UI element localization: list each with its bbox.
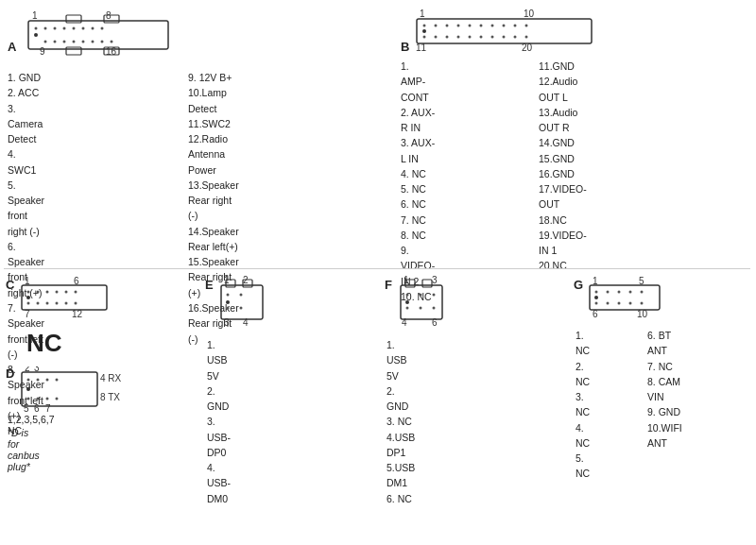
pin-f4: 4.USB DP1: [387, 430, 415, 461]
section-f-pins: 1. USB 5V 2. GND 3. NC 4.USB DP1 5.USB D…: [387, 337, 415, 506]
connector-a-svg: 1 8 9 16: [19, 8, 180, 62]
pin-b8: 8. NC: [401, 228, 435, 243]
svg-text:6: 6: [432, 317, 438, 328]
svg-text:7: 7: [25, 309, 30, 319]
svg-point-15: [73, 41, 76, 43]
pin-b2: 2. AUX-R IN: [401, 105, 435, 136]
connector-c-svg: 1 6 7 12: [17, 276, 121, 319]
pin-f6: 6. NC: [387, 491, 415, 506]
svg-text:6: 6: [593, 309, 598, 319]
pin-g2: 2. NC: [576, 359, 590, 390]
svg-point-42: [469, 36, 472, 39]
svg-point-91: [227, 307, 230, 310]
svg-point-63: [56, 302, 59, 305]
section-c-label: C: [6, 278, 14, 292]
svg-point-58: [65, 291, 68, 294]
svg-text:1: 1: [593, 276, 598, 286]
svg-point-64: [65, 302, 68, 305]
svg-point-119: [641, 291, 644, 294]
divider: [4, 268, 750, 269]
svg-point-11: [101, 27, 104, 30]
svg-point-46: [514, 36, 517, 39]
svg-point-47: [525, 36, 528, 39]
svg-text:4: 4: [243, 317, 249, 328]
pin-b20: 20.NC: [539, 258, 587, 273]
svg-point-18: [101, 41, 104, 43]
svg-point-120: [595, 302, 598, 305]
pin-g7: 7. NC: [647, 359, 682, 374]
svg-rect-24: [66, 47, 81, 55]
svg-point-73: [37, 379, 40, 382]
svg-rect-0: [28, 21, 168, 49]
svg-point-40: [446, 36, 449, 39]
pin-b1: 1. AMP-CONT: [401, 59, 435, 105]
svg-point-89: [227, 294, 230, 297]
pin-b4: 4. NC: [401, 166, 435, 181]
svg-text:1: 1: [25, 276, 30, 286]
svg-point-54: [27, 291, 30, 294]
pin-g10: 10.WIFI ANT: [647, 420, 682, 451]
pin-b5: 5. NC: [401, 181, 435, 196]
pin-g9: 9. GND: [647, 404, 682, 419]
pin-b16: 16.GND: [539, 166, 587, 181]
svg-text:3: 3: [432, 276, 438, 285]
pin-f1: 1. USB 5V: [387, 337, 415, 383]
svg-point-5: [44, 27, 47, 30]
connector-f-svg: 1 3 4 6: [396, 276, 472, 332]
svg-point-79: [56, 398, 59, 400]
pin-a9: 9. 12V B+: [188, 70, 239, 85]
pin-b17: 17.VIDEO-OUT: [539, 181, 587, 213]
svg-point-118: [629, 291, 632, 294]
svg-point-27: [422, 29, 426, 33]
connector-d-svg: 2 3 5 6 7 4 RX 8 TX: [17, 366, 140, 414]
section-g-label: G: [574, 278, 583, 292]
section-f-label: F: [385, 278, 392, 292]
svg-point-53: [26, 296, 30, 299]
svg-text:5: 5: [639, 276, 644, 286]
svg-point-33: [480, 25, 483, 27]
svg-point-124: [641, 302, 644, 305]
svg-point-123: [629, 302, 632, 305]
svg-point-38: [423, 36, 426, 39]
svg-point-10: [92, 27, 94, 30]
pin-f3: 3. NC: [387, 414, 415, 429]
svg-text:1: 1: [32, 10, 38, 21]
svg-point-115: [595, 291, 598, 294]
pin-e3: 3. USB-DP0: [207, 414, 231, 460]
pin-g3: 3. NC: [576, 389, 590, 420]
svg-text:3: 3: [224, 317, 230, 328]
svg-point-104: [406, 307, 409, 310]
pin-b12: 12.Audio OUT L: [539, 74, 587, 105]
svg-point-35: [503, 25, 506, 27]
pin-a4: 4. SWC1: [8, 146, 44, 178]
svg-point-65: [75, 302, 77, 305]
pin-b18: 18.NC: [539, 213, 587, 228]
svg-point-62: [46, 302, 49, 305]
pin-e4: 4. USB-DM0: [207, 460, 231, 506]
pin-b15: 15.GND: [539, 151, 587, 166]
svg-text:10: 10: [637, 309, 648, 319]
svg-text:8: 8: [106, 10, 112, 21]
svg-text:1: 1: [420, 9, 425, 19]
connector-g-svg: 1 5 6 10: [585, 276, 679, 323]
svg-text:8 TX: 8 TX: [100, 392, 120, 402]
pin-b13: 13.Audio OUT R: [539, 105, 587, 136]
svg-text:10: 10: [524, 9, 535, 19]
pin-a12: 12.Radio Antenna Power: [188, 131, 239, 178]
svg-point-44: [491, 36, 494, 39]
svg-point-43: [480, 36, 483, 39]
svg-point-76: [27, 398, 30, 400]
svg-point-41: [457, 36, 460, 39]
svg-point-71: [26, 387, 30, 391]
svg-point-72: [27, 379, 30, 382]
svg-rect-52: [22, 285, 107, 310]
pin-a10: 10.Lamp Detect: [188, 85, 239, 116]
svg-point-17: [92, 41, 94, 43]
pin-a14: 14.Speaker Rear left(+): [188, 224, 239, 255]
svg-point-100: [405, 300, 409, 304]
section-g-pins-right: 6. BT ANT 7. NC 8. CAM VIN 9. GND 10.WIF…: [647, 328, 682, 451]
svg-point-7: [63, 27, 66, 30]
svg-point-29: [435, 25, 438, 27]
svg-text:2: 2: [243, 276, 249, 285]
nc-label: NC: [26, 329, 62, 358]
